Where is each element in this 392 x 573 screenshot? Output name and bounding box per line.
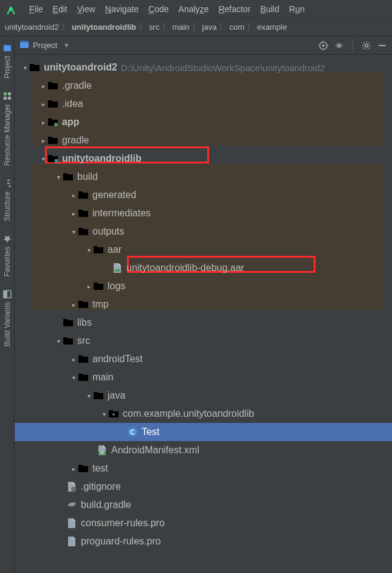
tree-file[interactable]: MFAndroidManifest.xml bbox=[15, 441, 392, 459]
folder-icon bbox=[93, 244, 104, 255]
chevron-right-icon[interactable]: ▸ bbox=[69, 465, 78, 472]
svg-rect-3 bbox=[4, 45, 11, 51]
crumb[interactable]: src bbox=[148, 22, 160, 32]
chevron-right-icon[interactable]: ▸ bbox=[84, 283, 93, 290]
folder-icon bbox=[63, 317, 74, 328]
menu-run[interactable]: Run bbox=[284, 4, 310, 14]
menu-edit[interactable]: Edit bbox=[48, 4, 72, 14]
project-panel-header: Project ▼ bbox=[15, 36, 392, 55]
chevron-down-icon[interactable]: ▾ bbox=[69, 228, 78, 235]
chevron-down-icon[interactable]: ▾ bbox=[21, 64, 29, 71]
tree-item[interactable]: ▸gradle bbox=[15, 131, 392, 149]
tab-project[interactable]: Project bbox=[2, 39, 13, 83]
tree-file[interactable]: unitytoandroidlib-debug.aar bbox=[15, 259, 392, 277]
chevron-down-icon[interactable]: ▾ bbox=[39, 156, 47, 162]
archive-file-icon bbox=[112, 262, 123, 273]
crumb[interactable]: com bbox=[228, 22, 246, 32]
chevron-right-icon[interactable]: ▸ bbox=[39, 101, 47, 108]
svg-point-24 bbox=[54, 123, 58, 126]
hide-icon[interactable] bbox=[377, 41, 387, 50]
svg-rect-5 bbox=[4, 97, 7, 100]
tree-item[interactable]: ▸androidTest bbox=[15, 350, 392, 368]
tree-file[interactable]: .gitignore bbox=[15, 478, 392, 496]
breadcrumb: unitytoandroid2〉 unitytoandroidlib〉 src〉… bbox=[0, 18, 392, 36]
tree-item[interactable]: ▸.gradle bbox=[15, 77, 392, 95]
project-tree[interactable]: ▾ unitytoandroid2 D:\Unity\AndroidStudio… bbox=[15, 55, 392, 573]
structure-icon bbox=[3, 179, 12, 188]
class-icon: C bbox=[127, 427, 138, 437]
tree-item[interactable]: ▾build bbox=[15, 168, 392, 186]
tree-item[interactable]: ▸test bbox=[15, 459, 392, 478]
tree-item[interactable]: ▾outputs bbox=[15, 222, 392, 241]
tree-item[interactable]: ▾unitytoandroidlib bbox=[15, 149, 392, 168]
chevron-right-icon[interactable]: ▸ bbox=[39, 83, 47, 89]
menu-view[interactable]: View bbox=[72, 4, 100, 14]
gear-icon[interactable] bbox=[362, 41, 371, 50]
svg-point-32 bbox=[71, 487, 76, 492]
tree-item[interactable]: ▾com.example.unitytoandroidlib bbox=[15, 405, 392, 423]
tab-build-variants[interactable]: Build Variants bbox=[2, 285, 13, 351]
tool-window-tabs: Project Resource Manager Structure Favor… bbox=[0, 36, 15, 573]
menu-refactor[interactable]: Refactor bbox=[213, 4, 255, 14]
folder-icon bbox=[78, 372, 89, 383]
folder-icon bbox=[63, 171, 74, 182]
tab-resource-manager[interactable]: Resource Manager bbox=[2, 87, 13, 171]
chevron-right-icon[interactable]: ▸ bbox=[69, 192, 78, 199]
tree-item[interactable]: ▾src bbox=[15, 332, 392, 350]
menu-navigate[interactable]: Navigate bbox=[100, 4, 143, 14]
chevron-right-icon[interactable]: ▸ bbox=[69, 210, 78, 217]
crumb[interactable]: java bbox=[201, 22, 218, 32]
tree-item[interactable]: ▸generated bbox=[15, 186, 392, 204]
svg-point-16 bbox=[322, 44, 325, 47]
chevron-down-icon[interactable]: ▾ bbox=[69, 374, 78, 381]
folder-icon bbox=[78, 463, 89, 474]
tree-item[interactable]: ▾java bbox=[15, 386, 392, 405]
crumb[interactable]: example bbox=[256, 22, 288, 32]
svg-rect-12 bbox=[4, 290, 7, 298]
chevron-right-icon[interactable]: ▸ bbox=[39, 137, 47, 144]
crumb[interactable]: unitytoandroidlib bbox=[70, 22, 137, 32]
tab-favorites[interactable]: Favorites bbox=[2, 230, 13, 281]
android-studio-logo bbox=[4, 2, 18, 16]
locate-icon[interactable] bbox=[318, 41, 328, 50]
tree-item[interactable]: ▾main bbox=[15, 368, 392, 386]
menu-analyze[interactable]: Analyze bbox=[174, 4, 214, 14]
crumb[interactable]: main bbox=[171, 22, 190, 32]
svg-text:MF: MF bbox=[100, 451, 104, 455]
svg-rect-26 bbox=[115, 269, 120, 272]
menu-code[interactable]: Code bbox=[143, 4, 173, 14]
chevron-right-icon[interactable]: ▸ bbox=[69, 356, 78, 363]
tree-root[interactable]: ▾ unitytoandroid2 D:\Unity\AndroidStudio… bbox=[15, 58, 392, 77]
menu-bar: File Edit View Navigate Code Analyze Ref… bbox=[0, 0, 392, 18]
project-view-selector[interactable]: Project ▼ bbox=[19, 39, 69, 51]
tree-item[interactable]: libs bbox=[15, 314, 392, 332]
chevron-down-icon[interactable]: ▾ bbox=[54, 338, 63, 345]
tree-item[interactable]: ▸tmp bbox=[15, 295, 392, 314]
tree-path: D:\Unity\AndroidStudioWorkSpace\unitytoa… bbox=[121, 63, 325, 73]
chevron-right-icon[interactable]: ▸ bbox=[39, 119, 47, 126]
tree-file[interactable]: proguard-rules.pro bbox=[15, 532, 392, 551]
tree-file[interactable]: build.gradle bbox=[15, 496, 392, 514]
tree-item[interactable]: ▸.idea bbox=[15, 95, 392, 113]
collapse-all-icon[interactable] bbox=[334, 41, 344, 50]
crumb[interactable]: unitytoandroid2 bbox=[4, 22, 60, 32]
menu-file[interactable]: File bbox=[24, 4, 48, 14]
folder-icon bbox=[78, 226, 89, 237]
chevron-down-icon: ▼ bbox=[63, 42, 69, 49]
file-icon bbox=[66, 536, 77, 547]
chevron-down-icon[interactable]: ▾ bbox=[54, 174, 63, 180]
tree-file[interactable]: consumer-rules.pro bbox=[15, 514, 392, 532]
chevron-right-icon[interactable]: ▸ bbox=[69, 301, 78, 308]
tree-file-selected[interactable]: CTest bbox=[15, 423, 392, 441]
tab-structure[interactable]: Structure bbox=[2, 174, 13, 226]
tree-item[interactable]: ▾aar bbox=[15, 241, 392, 259]
star-icon bbox=[3, 235, 12, 243]
chevron-down-icon[interactable]: ▾ bbox=[84, 393, 93, 399]
tree-item[interactable]: ▸app bbox=[15, 113, 392, 131]
chevron-down-icon[interactable]: ▾ bbox=[84, 247, 93, 253]
chevron-down-icon[interactable]: ▾ bbox=[100, 411, 108, 417]
tree-item[interactable]: ▸logs bbox=[15, 277, 392, 295]
menu-build[interactable]: Build bbox=[255, 4, 284, 14]
folder-icon bbox=[47, 98, 58, 109]
tree-item[interactable]: ▸intermediates bbox=[15, 204, 392, 222]
